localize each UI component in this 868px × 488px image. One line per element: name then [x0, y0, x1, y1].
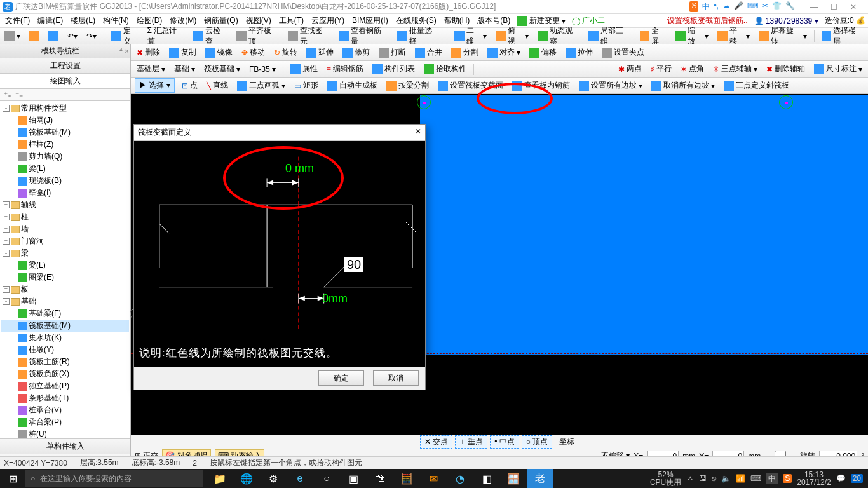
pick-button[interactable]: 拾取构件: [422, 63, 468, 75]
tree-node[interactable]: 筏板主筋(R): [1, 356, 129, 368]
point-tool[interactable]: ⊡点: [180, 79, 200, 92]
menu-floor[interactable]: 楼层(L): [68, 14, 98, 27]
cancel-slope-tool[interactable]: 取消所有边坡▾: [649, 79, 717, 92]
window-controls[interactable]: —☐✕: [810, 3, 857, 11]
tree-node[interactable]: +板: [1, 283, 129, 295]
set-section-tool[interactable]: 设置筏板变截面: [436, 79, 505, 92]
prop-button[interactable]: 属性: [288, 63, 320, 75]
tree-node[interactable]: 筏板基础(M): [1, 320, 129, 332]
tree-node[interactable]: 桩(U): [1, 428, 129, 438]
close-icon[interactable]: ✕: [415, 127, 421, 138]
ok-button[interactable]: 确定: [318, 370, 364, 386]
split-button[interactable]: 分割: [449, 46, 480, 58]
tree-toolbar[interactable]: ⁺₊⁻₋: [0, 89, 130, 101]
save-icon[interactable]: [46, 30, 60, 42]
tree-node[interactable]: +轴线: [1, 199, 129, 211]
select-tool[interactable]: ▶ 选择 ▾: [135, 78, 175, 93]
tree-node[interactable]: -常用构件类型: [1, 102, 129, 114]
dim-input[interactable]: 90: [344, 257, 364, 273]
auto-board-tool[interactable]: 自动生成板: [325, 79, 379, 92]
tree-node[interactable]: +门窗洞: [1, 235, 129, 247]
snap-vertex[interactable]: ○ 顶点: [522, 435, 553, 449]
move-button[interactable]: ✥移动: [240, 46, 267, 58]
tree-node[interactable]: 梁(L): [1, 259, 129, 271]
menu-edit[interactable]: 编辑(E): [35, 14, 65, 27]
tree-node[interactable]: -梁: [1, 247, 129, 259]
two-point-button[interactable]: ✱两点: [616, 63, 644, 75]
sel-type[interactable]: 筏板基础 ▾: [202, 63, 242, 75]
dim-button[interactable]: 尺寸标注▾: [812, 63, 864, 75]
taskbar-apps[interactable]: 📁🌐⚙e ○▣🛍🧮 ✉◔◧ 🪟老: [207, 469, 553, 488]
search-box[interactable]: ○ 在这里输入你要搜索的内容: [25, 470, 203, 487]
grip-button[interactable]: 设置夹点: [600, 46, 646, 58]
merge-button[interactable]: 合并: [413, 46, 444, 58]
stretch-button[interactable]: 拉伸: [564, 46, 595, 58]
tree-node[interactable]: 现浇板(B): [1, 175, 129, 187]
tree-node[interactable]: 集水坑(K): [1, 332, 129, 344]
set-slope-tool[interactable]: 设置所有边坡▾: [577, 79, 644, 92]
sel-layer[interactable]: 基础层 ▾: [135, 63, 167, 75]
toolbar-context: 基础层 ▾ 基础 ▾ 筏板基础 ▾ FB-35 ▾ 属性 ≡编辑钢筋 构件列表 …: [131, 61, 868, 78]
open-icon[interactable]: [27, 30, 41, 42]
tree-node[interactable]: 条形基础(T): [1, 392, 129, 404]
delete-button[interactable]: ✖删除: [135, 46, 162, 58]
snap-mid[interactable]: • 中点: [490, 435, 519, 449]
tree-node[interactable]: 筏板基础(M): [1, 126, 129, 139]
three-point-raft-tool[interactable]: 三点定义斜筏板: [722, 79, 791, 92]
tree-node[interactable]: 桩承台(V): [1, 404, 129, 416]
mirror-button[interactable]: 镜像: [203, 46, 234, 58]
rect-tool[interactable]: ▭矩形: [292, 79, 320, 92]
snap-perp[interactable]: ⊥ 垂点: [455, 435, 487, 449]
tree-node[interactable]: 壁龛(I): [1, 187, 129, 199]
new-icon[interactable]: ▾: [3, 30, 22, 42]
trim-button[interactable]: 修剪: [341, 46, 372, 58]
snap-coord[interactable]: 坐标: [555, 435, 579, 449]
tree-node[interactable]: 梁(L): [1, 163, 129, 175]
ime-toolbar[interactable]: S 中•,☁🎤⌨✂👕🔧: [689, 1, 795, 12]
tree-node[interactable]: +墙: [1, 223, 129, 235]
rotate-button[interactable]: ↻旋转: [272, 46, 299, 58]
svg-line-9: [406, 222, 417, 234]
cancel-button[interactable]: 取消: [373, 370, 419, 386]
menu-file[interactable]: 文件(F): [3, 14, 32, 27]
component-tree[interactable]: -常用构件类型轴网(J)筏板基础(M)框柱(Z)剪力墙(Q)梁(L)现浇板(B)…: [0, 101, 130, 438]
undo-icon[interactable]: ↶▾: [65, 31, 79, 41]
offset-button[interactable]: 偏移: [527, 46, 559, 58]
tree-node[interactable]: 圈梁(E): [1, 271, 129, 283]
tree-node[interactable]: 基础梁(F): [1, 308, 129, 320]
tab-single[interactable]: 单构件输入: [0, 438, 130, 454]
system-tray[interactable]: 52%CPU使用 ㅅ🖫⎋🔈📶⌨ 中 S 15:132017/12/2 💬20: [645, 471, 868, 486]
start-button[interactable]: ⊞: [0, 473, 25, 485]
tree-node[interactable]: +柱: [1, 211, 129, 223]
tree-node[interactable]: 框柱(Z): [1, 139, 129, 151]
view-board-rebar-tool[interactable]: 查看板内钢筋: [510, 79, 572, 92]
redo-icon[interactable]: ↷▾: [85, 31, 98, 41]
line-tool[interactable]: ╲直线: [205, 79, 230, 92]
sel-name[interactable]: FB-35 ▾: [247, 64, 278, 74]
break-button[interactable]: 打断: [377, 46, 408, 58]
left-panel: 模块导航栏⁴ × 工程设置 绘图输入 ⁺₊⁻₋ -常用构件类型轴网(J)筏板基础…: [0, 44, 131, 469]
account-link[interactable]: 👤 13907298339 ▾: [754, 17, 818, 25]
tree-node[interactable]: 筏板负筋(X): [1, 368, 129, 380]
parallel-button[interactable]: ♯平行: [649, 63, 674, 75]
copy-button[interactable]: 复制: [167, 46, 198, 58]
tree-node[interactable]: 轴网(J): [1, 114, 129, 126]
tree-node[interactable]: 剪力墙(Q): [1, 151, 129, 163]
extend-button[interactable]: 延伸: [304, 46, 336, 58]
split-by-beam-tool[interactable]: 按梁分割: [384, 79, 431, 92]
align-button[interactable]: 对齐▾: [485, 46, 522, 58]
sel-cat[interactable]: 基础 ▾: [172, 63, 197, 75]
tree-node[interactable]: 独立基础(P): [1, 380, 129, 392]
tree-node[interactable]: 柱墩(Y): [1, 344, 129, 356]
snap-intersect[interactable]: ✕ 交点: [420, 435, 452, 449]
del-aux-button[interactable]: ✖删除辅轴: [764, 63, 807, 75]
arc-tool[interactable]: 三点画弧▾: [235, 79, 287, 92]
point-angle-button[interactable]: ✶点角: [679, 63, 706, 75]
tab-draw[interactable]: 绘图输入: [0, 74, 130, 89]
comp-list-button[interactable]: 构件列表: [370, 63, 417, 75]
tab-project[interactable]: 工程设置: [0, 58, 130, 74]
edit-rebar-button[interactable]: ≡编辑钢筋: [325, 63, 365, 75]
three-point-aux-button[interactable]: ✳三点辅轴▾: [711, 63, 759, 75]
tree-node[interactable]: 承台梁(P): [1, 416, 129, 428]
tree-node[interactable]: -基础: [1, 295, 129, 308]
